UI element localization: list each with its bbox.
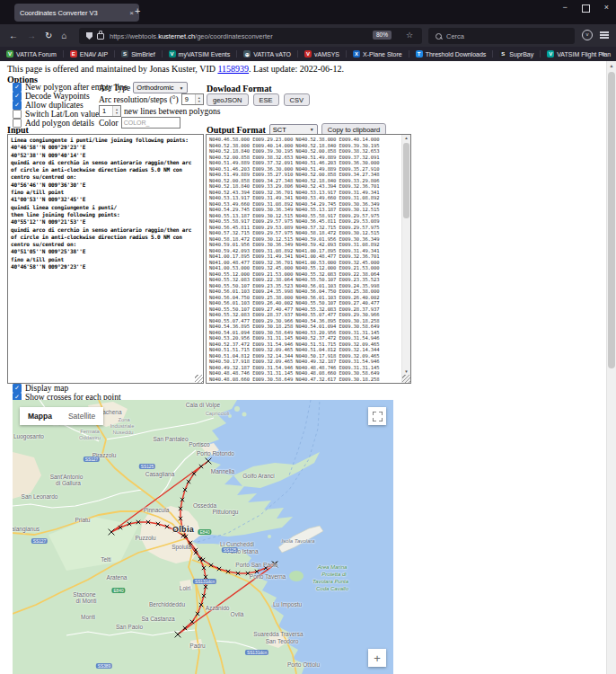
chevron-down-icon: ▼: [310, 127, 314, 132]
checkbox-row[interactable]: Switch Lat/Lon values: [13, 110, 102, 118]
bookmark-favicon-icon: E: [70, 50, 77, 58]
bookmark-item[interactable]: SSimBrief: [121, 50, 162, 58]
output-scrollbar[interactable]: ▲ ▼: [401, 135, 410, 383]
page-scrollbar-thumb[interactable]: [608, 72, 615, 368]
scroll-up-icon[interactable]: ▲: [402, 136, 410, 140]
download-ese-button[interactable]: ESE: [253, 93, 279, 106]
resize-grip-icon[interactable]: [195, 375, 203, 383]
tab-title: Coordinates Converter V3: [20, 9, 126, 17]
tab-close-icon[interactable]: ×: [129, 9, 134, 17]
zoom-level-badge[interactable]: 80%: [373, 31, 392, 40]
checkbox-label: Add polygon details: [25, 119, 94, 128]
input-text: Linea congiungente i punti/line joining …: [8, 135, 203, 272]
tab-bar: Coordinates Converter V3 × + − ×: [0, 0, 616, 24]
fullscreen-button[interactable]: [368, 407, 386, 425]
arc-type-row: Arc Type Orthodromic▼: [99, 82, 188, 93]
download-csv-button[interactable]: CSV: [284, 93, 310, 106]
window-minimize-button[interactable]: −: [562, 3, 567, 13]
bookmarks-overflow-icon[interactable]: »: [601, 49, 605, 58]
bookmark-label: myVATSIM Events: [179, 51, 231, 58]
color-placeholder: COLOR_: [124, 120, 150, 126]
arc-type-select[interactable]: Orthodromic▼: [133, 82, 187, 93]
spinner-icons[interactable]: ▴▾: [195, 94, 203, 104]
color-row: Color COLOR_: [99, 117, 180, 129]
unchecked-checkbox[interactable]: [13, 110, 22, 119]
checkbox-row[interactable]: ✓Decode Waypoints: [13, 92, 90, 100]
checked-checkbox[interactable]: ✓: [13, 83, 22, 92]
newlines-value: 1: [100, 107, 112, 115]
window-maximize-button[interactable]: [582, 4, 590, 13]
spinner-icons[interactable]: ▴▾: [112, 106, 120, 116]
output-textarea[interactable]: N040.46.58.000 E009.29.23.000 N040.52.38…: [206, 134, 411, 384]
scroll-up-icon[interactable]: ▲: [607, 63, 616, 68]
bookmark-item[interactable]: XX-Plane Store: [353, 50, 409, 58]
output-format-label: Output Format: [207, 125, 266, 135]
bookmark-label: ENAV AIP: [80, 51, 108, 58]
bookmark-label: Threshold Downloads: [426, 51, 487, 58]
checked-checkbox[interactable]: ✓: [13, 92, 22, 101]
scrollbar-thumb[interactable]: [403, 143, 409, 218]
bookmark-label: VATITA vATO: [253, 51, 291, 58]
output-format-value: SCT: [273, 126, 286, 134]
url-prefix: https://webtools.: [110, 32, 158, 40]
bookmark-item[interactable]: VmyVATSIM Events: [169, 50, 238, 58]
map-type-satellite-button[interactable]: Satellite: [60, 407, 103, 425]
map-canvas: [13, 400, 393, 674]
lock-icon: [97, 33, 104, 40]
map-zoom-in-button[interactable]: +: [368, 649, 386, 667]
arc-resolution-input[interactable]: 9▴▾: [181, 93, 204, 105]
checkbox-label: Decode Waypoints: [25, 92, 90, 101]
input-textarea[interactable]: Linea congiungente i punti/line joining …: [7, 134, 204, 384]
map-type-mappa-button[interactable]: Mappa: [20, 407, 60, 425]
page-scrollbar[interactable]: ▲: [606, 61, 616, 674]
new-tab-button[interactable]: +: [135, 5, 140, 16]
url-domain: kusternet.ch: [158, 32, 195, 40]
bookmark-favicon-icon: V: [547, 50, 554, 58]
map-container[interactable]: LuogosantoLu MocuFermataOddastruZonaIndu…: [13, 400, 393, 674]
download-geojson-button[interactable]: geoJSON: [207, 93, 249, 106]
checkbox-label: Display map: [25, 384, 68, 393]
chevron-down-icon: ▼: [180, 85, 184, 91]
newlines-input[interactable]: 1▴▾: [99, 105, 121, 117]
url-bar[interactable]: https://webtools.kusternet.ch/geo/coordi…: [79, 28, 422, 44]
vid-link[interactable]: 1158939: [217, 64, 249, 74]
bookmark-favicon-icon: ⊕: [243, 50, 251, 58]
menu-icon[interactable]: [600, 31, 609, 33]
bookmark-item[interactable]: VvAMSYS: [304, 50, 347, 58]
window-close-button[interactable]: ×: [604, 3, 609, 13]
scroll-down-icon[interactable]: ▼: [402, 369, 410, 374]
bookmark-item[interactable]: VVATITA Forum: [6, 50, 64, 58]
color-input[interactable]: COLOR_: [121, 117, 180, 129]
checkbox-label: Switch Lat/Lon values: [25, 110, 102, 119]
pocket-icon[interactable]: v: [582, 30, 593, 40]
bookmark-label: VATITA Forum: [16, 51, 57, 58]
search-bar[interactable]: Cerca: [428, 28, 575, 44]
checked-checkbox[interactable]: ✓: [13, 101, 22, 110]
color-label: Color: [99, 119, 119, 128]
bookmark-item[interactable]: TThreshold Downloads: [416, 50, 494, 58]
arc-resolution-value: 9: [182, 95, 195, 103]
bookmark-star-icon[interactable]: ☆: [406, 31, 413, 40]
bookmark-item[interactable]: ⊕VATITA vATO: [243, 50, 298, 58]
bookmark-item[interactable]: EENAV AIP: [70, 50, 115, 58]
bookmark-item[interactable]: VVATSIM Flight Plan: [547, 50, 616, 58]
forward-icon[interactable]: →: [27, 31, 36, 40]
page-content: This page is offered and maintained by J…: [0, 61, 607, 674]
newlines-row: 1▴▾ new lines between polygons: [99, 105, 220, 117]
home-icon[interactable]: ⌂: [61, 31, 66, 40]
back-icon[interactable]: ←: [9, 31, 18, 40]
bookmark-label: SimBrief: [131, 51, 154, 58]
bookmark-label: vAMSYS: [314, 51, 339, 58]
arc-type-label: Arc Type: [99, 84, 130, 93]
checkbox-row[interactable]: ✓Allow duplicates: [13, 101, 84, 109]
checked-checkbox[interactable]: ✓: [13, 384, 22, 393]
browser-tab[interactable]: Coordinates Converter V3 ×: [14, 4, 139, 22]
bookmark-favicon-icon: X: [353, 50, 360, 58]
reload-icon[interactable]: ↻: [45, 31, 52, 40]
bookmark-item[interactable]: SSuprBay: [499, 50, 541, 58]
bookmarks-bar: VVATITA ForumEENAV AIPSSimBriefVmyVATSIM…: [0, 47, 616, 61]
resize-grip-icon[interactable]: [402, 375, 410, 383]
checkbox-row[interactable]: ✓Display map: [13, 384, 68, 392]
shield-icon[interactable]: [86, 32, 92, 40]
bookmark-favicon-icon: S: [499, 50, 506, 58]
